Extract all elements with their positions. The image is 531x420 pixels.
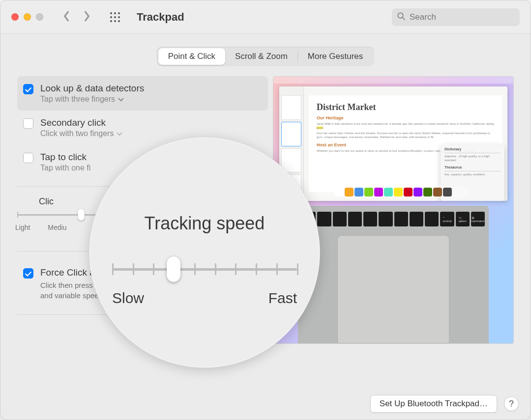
option-tap-title: Tap to click: [40, 152, 90, 163]
checkbox-lookup[interactable]: [23, 84, 33, 94]
preview-laptop: ⎋ ⌃control ⌥option⌘command: [298, 206, 489, 343]
preview-dock: [318, 186, 469, 198]
minimize-window-button[interactable]: [24, 13, 31, 21]
slider-label-fast: Fast: [268, 290, 297, 307]
tab-scroll-zoom[interactable]: Scroll & Zoom: [225, 48, 297, 65]
slider-knob[interactable]: [78, 209, 85, 221]
svg-point-8: [118, 20, 120, 22]
window-title: Trackpad: [137, 11, 184, 24]
popover-dictionary: Dictionary: [444, 147, 501, 151]
doc-paragraph: from her native New Orleans and the brea…: [317, 131, 495, 140]
close-window-button[interactable]: [11, 13, 19, 21]
thumbnail: [281, 95, 301, 120]
slider-knob[interactable]: [167, 256, 180, 282]
preview-menubar: [273, 77, 513, 84]
option-secondary-sub[interactable]: Click with two fingers: [40, 129, 122, 138]
slider-tick: [17, 212, 18, 218]
search-icon: [397, 12, 406, 23]
search-input[interactable]: [410, 12, 515, 22]
tab-more-gestures[interactable]: More Gestures: [298, 48, 373, 65]
chevron-down-icon: [117, 129, 122, 138]
segmented-tabs: Point & Click Scroll & Zoom More Gesture…: [157, 47, 375, 66]
slider-tick: [194, 263, 196, 275]
slider-tick: [133, 263, 134, 275]
slider-tick: [256, 263, 257, 275]
checkbox-secondary[interactable]: [23, 118, 33, 129]
svg-point-4: [114, 16, 116, 18]
preview-document-window: District Market Our Heritage Janet Mille…: [279, 86, 507, 201]
slider-label-medium: Mediu: [48, 224, 66, 231]
checkbox-force-click[interactable]: [23, 268, 33, 279]
zoom-window-button[interactable]: [36, 13, 43, 21]
option-tap-sub: Tap with one fi: [40, 164, 90, 172]
doc-paragraph: Janet Miller's little sandwich truck sur…: [317, 122, 495, 130]
slider-tick: [276, 263, 278, 275]
chevron-down-icon: [118, 95, 124, 104]
svg-point-6: [110, 20, 112, 22]
svg-point-0: [110, 12, 112, 14]
preview-keyrow: ⎋ ⌃control ⌥option⌘command: [302, 212, 485, 226]
search-box[interactable]: [392, 8, 520, 26]
svg-point-3: [110, 16, 112, 18]
doc-title: District Market: [317, 102, 495, 112]
option-tap-sub-text: Tap with one fi: [40, 164, 90, 172]
tracking-speed-slider[interactable]: [112, 255, 297, 283]
slider-track: [112, 268, 297, 271]
back-button[interactable]: [63, 11, 70, 24]
slider-label-light: Light: [15, 224, 30, 231]
option-lookup-sub-text: Tap with three fingers: [40, 95, 115, 104]
preview-trackpad: [337, 235, 449, 343]
svg-line-10: [402, 17, 405, 20]
slider-tick: [112, 263, 114, 275]
svg-point-1: [114, 12, 116, 14]
slider-tick: [297, 263, 298, 275]
slider-tick: [235, 263, 236, 275]
titlebar: Trackpad: [0, 0, 531, 34]
svg-point-5: [118, 16, 120, 18]
option-secondary-sub-text: Click with two fingers: [40, 129, 114, 138]
option-secondary-title: Secondary click: [40, 117, 122, 128]
option-lookup-sub[interactable]: Tap with three fingers: [40, 95, 144, 104]
svg-point-7: [114, 20, 116, 22]
svg-point-2: [118, 12, 120, 14]
tab-point-click[interactable]: Point & Click: [158, 48, 225, 65]
slider-label-slow: Slow: [112, 290, 144, 307]
setup-bluetooth-trackpad-button[interactable]: Set Up Bluetooth Trackpad…: [370, 395, 497, 413]
tracking-speed-title: Tracking speed: [145, 213, 265, 234]
help-button[interactable]: ?: [504, 396, 519, 411]
preview-page: District Market Our Heritage Janet Mille…: [309, 95, 502, 192]
option-lookup-title: Look up & data detectors: [40, 83, 144, 94]
tab-row: Point & Click Scroll & Zoom More Gesture…: [0, 47, 531, 66]
traffic-lights: [11, 13, 43, 21]
window: Trackpad Point & Click Scroll & Zoom Mor…: [0, 0, 531, 420]
forward-button[interactable]: [84, 11, 90, 24]
tracking-speed-labels: Slow Fast: [112, 290, 297, 307]
popover-thesaurus: Thesaurus: [444, 166, 501, 169]
doc-heading: Our Heritage: [317, 115, 495, 120]
option-lookup[interactable]: Look up & data detectors Tap with three …: [17, 76, 268, 111]
thumbnail: [281, 122, 301, 146]
magnifier-tracking-speed: Tracking speed Slow Fast: [89, 137, 320, 368]
nav-arrows: [63, 11, 90, 24]
show-all-icon[interactable]: [109, 11, 121, 23]
footer: Set Up Bluetooth Trackpad… ?: [370, 395, 519, 413]
slider-tick: [215, 263, 216, 275]
checkbox-tap[interactable]: [23, 153, 33, 163]
